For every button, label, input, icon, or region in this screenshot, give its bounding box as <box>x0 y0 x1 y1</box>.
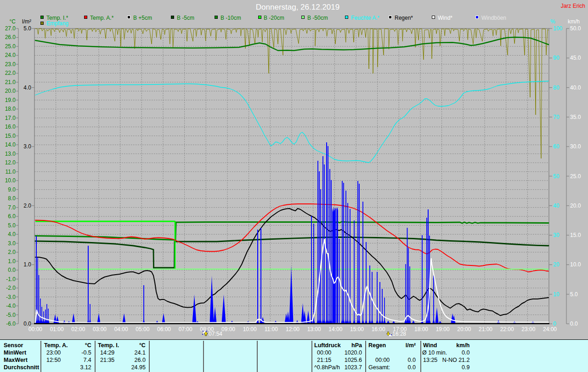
svg-text:15:00: 15:00 <box>350 326 364 333</box>
svg-text:24:00: 24:00 <box>543 326 557 333</box>
svg-text:40.0: 40.0 <box>570 85 581 91</box>
svg-text:14:00: 14:00 <box>328 326 342 333</box>
svg-text:00:00: 00:00 <box>28 326 42 333</box>
svg-text:km/h: km/h <box>568 18 580 25</box>
svg-text:1.0: 1.0 <box>8 258 16 265</box>
svg-text:19.0: 19.0 <box>5 97 16 103</box>
svg-text:9.0: 9.0 <box>8 186 16 193</box>
svg-text:13.0: 13.0 <box>5 151 16 157</box>
svg-text:03:00: 03:00 <box>93 326 107 333</box>
svg-text:24.0: 24.0 <box>5 52 16 58</box>
svg-text:1.0: 1.0 <box>23 261 31 268</box>
svg-text:06:00: 06:00 <box>157 326 171 333</box>
svg-text:18:00: 18:00 <box>414 326 428 333</box>
svg-text:4.0: 4.0 <box>8 231 16 237</box>
svg-text:3.0: 3.0 <box>8 240 16 247</box>
svg-text:2.0: 2.0 <box>23 203 31 209</box>
svg-text:30: 30 <box>553 232 560 238</box>
svg-text:23.0: 23.0 <box>5 61 16 68</box>
svg-text:4.0: 4.0 <box>23 85 31 91</box>
svg-text:22:00: 22:00 <box>500 326 514 333</box>
svg-text:-1.0: -1.0 <box>6 276 16 282</box>
svg-text:-3.0: -3.0 <box>6 294 16 300</box>
svg-text:-5.0: -5.0 <box>6 312 16 318</box>
svg-text:10.0: 10.0 <box>570 261 581 268</box>
svg-text:10:00: 10:00 <box>243 326 257 333</box>
svg-text:11:00: 11:00 <box>265 326 278 333</box>
svg-text:20:00: 20:00 <box>457 326 471 333</box>
svg-text:40: 40 <box>553 203 560 209</box>
svg-text:23:00: 23:00 <box>521 326 535 333</box>
svg-text:7.0: 7.0 <box>8 204 16 211</box>
svg-text:80: 80 <box>553 85 560 91</box>
svg-text:l/m²: l/m² <box>22 18 31 25</box>
svg-text:°C: °C <box>10 18 16 25</box>
svg-text:100: 100 <box>553 25 562 32</box>
svg-text:8.0: 8.0 <box>8 195 16 202</box>
svg-text:50.0: 50.0 <box>570 25 581 32</box>
svg-text:11.0: 11.0 <box>6 169 16 175</box>
svg-text:19:00: 19:00 <box>436 326 450 333</box>
svg-text:16:28: 16:28 <box>392 331 406 337</box>
svg-text:70: 70 <box>553 114 560 120</box>
svg-text:20.0: 20.0 <box>570 203 581 209</box>
svg-text:%: % <box>550 18 555 25</box>
svg-text:6.0: 6.0 <box>8 213 16 220</box>
svg-text:10.0: 10.0 <box>5 177 16 184</box>
svg-text:25.0: 25.0 <box>570 173 581 180</box>
svg-text:12.0: 12.0 <box>5 159 16 166</box>
svg-text:5.0: 5.0 <box>8 222 16 229</box>
svg-text:60: 60 <box>553 143 560 150</box>
svg-text:02:00: 02:00 <box>71 326 85 333</box>
svg-text:18.0: 18.0 <box>5 106 16 112</box>
svg-text:5.0: 5.0 <box>570 291 578 298</box>
svg-text:07:00: 07:00 <box>179 326 192 333</box>
svg-text:20.0: 20.0 <box>5 88 16 94</box>
svg-text:21.0: 21.0 <box>5 79 16 85</box>
svg-text:0.0: 0.0 <box>570 321 578 327</box>
svg-text:45.0: 45.0 <box>570 55 581 61</box>
svg-text:12:00: 12:00 <box>286 326 300 333</box>
svg-text:-2.0: -2.0 <box>6 285 16 291</box>
svg-text:27.0: 27.0 <box>5 25 16 32</box>
svg-text:50: 50 <box>553 173 560 180</box>
svg-text:5.0: 5.0 <box>23 25 31 32</box>
svg-text:26.0: 26.0 <box>5 34 16 40</box>
svg-text:20: 20 <box>553 261 560 268</box>
svg-text:10: 10 <box>553 291 560 298</box>
svg-text:17.0: 17.0 <box>5 115 16 121</box>
svg-text:15.0: 15.0 <box>5 133 16 139</box>
svg-text:13:00: 13:00 <box>307 326 321 333</box>
svg-text:0.0: 0.0 <box>8 267 16 273</box>
svg-text:14.0: 14.0 <box>5 141 16 148</box>
svg-text:05:00: 05:00 <box>136 326 149 333</box>
svg-text:07:54: 07:54 <box>209 331 222 337</box>
svg-text:-4.0: -4.0 <box>6 303 16 309</box>
svg-text:22.0: 22.0 <box>5 70 16 76</box>
svg-text:01:00: 01:00 <box>50 326 64 333</box>
svg-text:3.0: 3.0 <box>23 143 31 150</box>
svg-text:2.0: 2.0 <box>8 249 16 255</box>
svg-text:15.0: 15.0 <box>570 232 581 238</box>
svg-text:09:00: 09:00 <box>221 326 235 333</box>
svg-text:25.0: 25.0 <box>5 43 16 50</box>
svg-text:21:00: 21:00 <box>479 326 492 333</box>
svg-text:04:00: 04:00 <box>114 326 128 333</box>
svg-text:-6.0: -6.0 <box>6 321 16 327</box>
svg-text:30.0: 30.0 <box>570 143 581 150</box>
svg-text:16:00: 16:00 <box>372 326 385 333</box>
svg-text:90: 90 <box>553 55 560 61</box>
svg-text:16.0: 16.0 <box>5 124 16 130</box>
svg-text:35.0: 35.0 <box>570 114 581 120</box>
